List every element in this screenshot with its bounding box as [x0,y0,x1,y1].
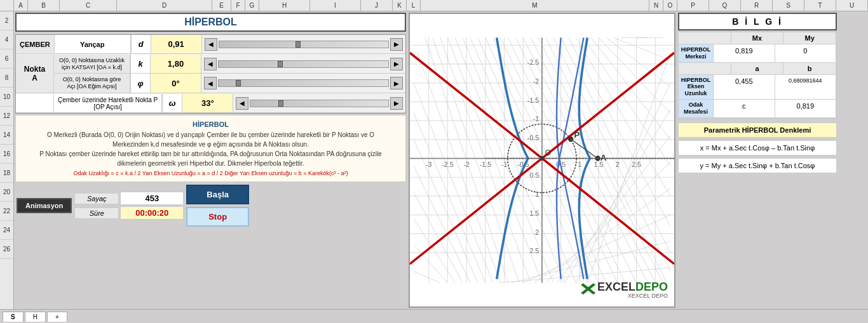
hiperbol-merkezi-row: HIPERBOL Merkezi 0,819 0 [679,44,836,63]
omega-slider-track[interactable] [250,100,389,107]
phi-row: O(0, 0) Noktasına göre Açı [OA Eğim Açıs… [54,74,405,93]
row-26: 26 [0,240,13,259]
counter-group: Sayaç 453 Süre 00:00:20 [74,192,184,220]
sayac-row: Sayaç 453 [74,192,184,205]
uzaklik-label: O(0, 0) Noktasına Uzaklık için KATSAYI [… [54,55,130,73]
eksen-row: HIPERBOL Eksen Uzunluk 0,455 0,680981644 [679,75,836,100]
row-24: 24 [0,221,13,240]
col-k: K [393,0,407,11]
sheet-tab-s[interactable]: S [3,312,24,322]
col-a: A [14,0,28,11]
ab-header-row: a b [679,63,836,75]
row-8: 8 [0,69,13,88]
phi-symbol: φ [130,74,151,93]
phi-slider-track[interactable] [218,79,389,87]
row-16: 16 [0,145,13,164]
phi-value[interactable]: 0° [151,74,201,93]
d-slider-right[interactable]: ▶ [390,38,403,51]
d-slider-left[interactable]: ◀ [205,38,217,51]
k-slider-area: ◀ ▶ [201,55,405,73]
sheet-tab-h[interactable]: H [25,312,46,322]
row-22: 22 [0,202,13,221]
col-d: D [117,0,212,11]
svg-text:2: 2 [535,228,539,236]
d-symbol: d [131,35,151,53]
svg-text:1: 1 [535,190,539,198]
svg-text:2: 2 [616,161,620,168]
omega-slider-left[interactable]: ◀ [236,97,248,110]
svg-text:1: 1 [578,161,581,168]
col-l: L [407,0,421,11]
chart-area: -3 -2.5 -2 -1.5 -1 -0.5 0.5 1 1.5 2 2.5 … [409,13,675,308]
x-icon: ✕ [578,279,597,300]
col-m: M [421,0,649,11]
cember-row: ÇEMBER Yançap d 0,91 ◀ ▶ [16,35,405,54]
k-row: O(0, 0) Noktasına Uzaklık için KATSAYI [… [54,55,405,74]
omega-slider-right[interactable]: ▶ [390,97,403,110]
svg-text:O: O [545,148,551,157]
a-value: 0,455 [714,75,775,99]
omega-value[interactable]: 33° [182,94,233,112]
sayac-label: Sayaç [74,193,119,204]
mx-header: Mx [731,32,784,44]
my-value: 0 [775,44,837,62]
parametrik-button[interactable]: Parametrik HİPERBOL Denklemi [678,122,837,138]
odak-row: Odak Mesafesi c 0,819 [679,100,836,118]
a-header: a [731,63,784,74]
row-18: 18 [0,164,13,183]
sure-value: 00:00:20 [120,206,184,220]
svg-text:P: P [574,130,580,140]
col-h: H [259,0,310,11]
phi-slider-right[interactable]: ▶ [390,77,403,89]
aci-label: O(0, 0) Noktasına göre Açı [OA Eğim Açıs… [54,74,130,93]
c-label: c [714,100,775,117]
col-o: O [663,0,677,11]
info-box: HİPERBOL O Merkezli (Burada O(0, 0) Orij… [15,115,406,182]
nota-a-label: Nokta A [16,55,54,93]
info-line4: dikmelerin geometrik yeri Hiperbol dur. … [21,159,400,168]
ab-empty-header [679,63,731,74]
eksen-label: HIPERBOL Eksen Uzunluk [679,75,714,99]
k-value[interactable]: 1,80 [151,55,201,73]
col-q: Q [709,0,741,11]
info-line3: P Noktası çember üzerinde hareket ettiri… [21,149,400,159]
bilgi-title: B İ L G İ [678,13,837,30]
row-14: 14 [0,126,13,145]
svg-text:-3: -3 [426,161,432,168]
svg-text:1.5: 1.5 [529,209,539,217]
col-c: C [60,0,117,11]
d-value[interactable]: 0,91 [151,35,202,53]
col-j: J [361,0,393,11]
b-value: 0,680981644 [775,75,837,99]
chart-svg: -3 -2.5 -2 -1.5 -1 -0.5 0.5 1 1.5 2 2.5 … [410,14,674,307]
omega-empty [16,94,54,112]
d-slider-track[interactable] [219,41,389,48]
cember-label: ÇEMBER [16,35,55,53]
k-slider-track[interactable] [218,60,389,68]
watermark: ✕ EXCELDEPO XEXCEL DEPO [580,279,668,300]
row-6: 6 [0,49,13,69]
column-headers: A B C D E F G H I J K L M N O P Q R S T … [0,0,868,11]
col-e: E [212,0,231,11]
col-i: I [310,0,361,11]
k-slider-left[interactable]: ◀ [204,58,217,70]
stop-button[interactable]: Stop [186,207,249,227]
sayac-value: 453 [120,192,184,205]
col-t: T [804,0,836,11]
formula2-box: y = My + a.Sec t.Sinφ + b.Tan t.Cosφ [678,158,837,173]
add-sheet-tab[interactable]: + [47,312,67,322]
basla-button[interactable]: Başla [186,185,249,204]
info-title: HİPERBOL [21,119,400,130]
animation-row: Animasyon Sayaç 453 Süre 00:00:20 Başla [15,183,406,228]
row-20: 20 [0,183,13,202]
omega-slider-area: ◀ ▶ [233,94,405,112]
action-buttons: Başla Stop [186,185,249,227]
k-slider-right[interactable]: ▶ [390,58,403,70]
c-value: 0,819 [775,100,837,117]
hareketli-label: Çember üzerinde Hareketli Nokta P [OP Aç… [54,94,162,112]
animasyon-button[interactable]: Animasyon [17,198,72,213]
omega-symbol: ω [162,94,182,112]
svg-text:A: A [600,153,607,162]
info-line1: O Merkezli (Burada O(0, 0) Orijin Noktas… [21,130,400,140]
phi-slider-left[interactable]: ◀ [204,77,217,89]
